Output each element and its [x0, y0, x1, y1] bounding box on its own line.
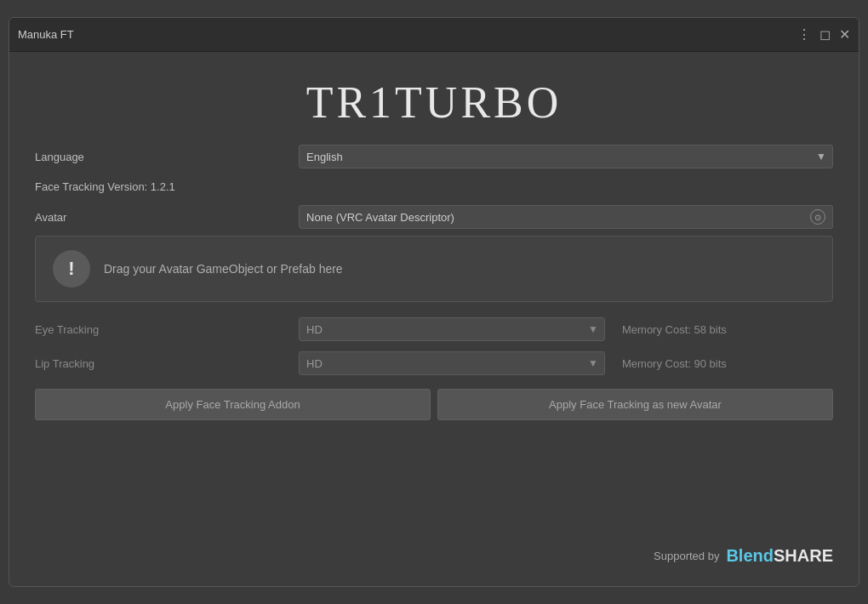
window-title: Manuka FT	[18, 28, 797, 41]
blend-part: Blend	[726, 546, 774, 565]
content-area: TR1TURBO Language English Japanese Frenc…	[9, 52, 859, 586]
lip-tracking-memory-cost: Memory Cost: 90 bits	[622, 357, 727, 370]
language-row: Language English Japanese French German …	[35, 145, 833, 168]
logo-section: TR1TURBO	[35, 69, 833, 145]
exclamation-icon: !	[68, 258, 74, 280]
avatar-field-text: None (VRC Avatar Descriptor)	[306, 211, 810, 224]
title-bar: Manuka FT ⋮ ◻ ✕	[9, 18, 859, 52]
main-window: Manuka FT ⋮ ◻ ✕ TR1TURBO Language Englis…	[9, 17, 859, 587]
footer: Supported by BlendSHARE	[35, 538, 833, 569]
maximize-icon[interactable]: ◻	[819, 26, 831, 43]
avatar-field: None (VRC Avatar Descriptor) ⊙	[299, 205, 833, 229]
face-tracking-version: Face Tracking Version: 1.2.1	[35, 180, 299, 193]
version-row: Face Tracking Version: 1.2.1	[35, 180, 833, 193]
buttons-section: Apply Face Tracking Addon Apply Face Tra…	[35, 389, 833, 420]
share-part: SHARE	[774, 546, 833, 565]
form-section: Language English Japanese French German …	[35, 145, 833, 229]
eye-tracking-row: Eye Tracking HD SD Off ▼ Memory Cost: 58…	[35, 317, 833, 341]
avatar-target-icon[interactable]: ⊙	[810, 209, 825, 225]
eye-tracking-select[interactable]: HD SD Off	[299, 317, 605, 341]
eye-tracking-select-wrapper: HD SD Off ▼	[299, 317, 605, 341]
apply-new-avatar-button[interactable]: Apply Face Tracking as new Avatar	[437, 389, 833, 420]
close-icon[interactable]: ✕	[839, 26, 850, 43]
drag-zone[interactable]: ! Drag your Avatar GameObject or Prefab …	[35, 236, 833, 302]
drag-zone-text: Drag your Avatar GameObject or Prefab he…	[104, 262, 343, 276]
eye-tracking-memory-cost: Memory Cost: 58 bits	[622, 323, 727, 336]
language-select[interactable]: English Japanese French German	[299, 145, 833, 168]
logo-text: TR1TURBO	[35, 77, 833, 128]
supported-by-text: Supported by	[654, 550, 719, 562]
apply-addon-button[interactable]: Apply Face Tracking Addon	[35, 389, 431, 420]
avatar-row: Avatar None (VRC Avatar Descriptor) ⊙	[35, 205, 833, 229]
window-controls: ⋮ ◻ ✕	[797, 26, 850, 43]
menu-icon[interactable]: ⋮	[797, 26, 811, 43]
blendshare-logo: BlendSHARE	[726, 546, 833, 566]
language-select-wrapper: English Japanese French German ▼	[299, 145, 833, 168]
lip-tracking-select[interactable]: HD SD Off	[299, 351, 605, 375]
tracking-section: Eye Tracking HD SD Off ▼ Memory Cost: 58…	[35, 317, 833, 375]
eye-tracking-label: Eye Tracking	[35, 323, 299, 336]
lip-tracking-label: Lip Tracking	[35, 357, 299, 370]
language-label: Language	[35, 151, 299, 163]
lip-tracking-select-wrapper: HD SD Off ▼	[299, 351, 605, 375]
lip-tracking-row: Lip Tracking HD SD Off ▼ Memory Cost: 90…	[35, 351, 833, 375]
drag-zone-icon: !	[53, 250, 90, 288]
avatar-label: Avatar	[35, 211, 299, 224]
